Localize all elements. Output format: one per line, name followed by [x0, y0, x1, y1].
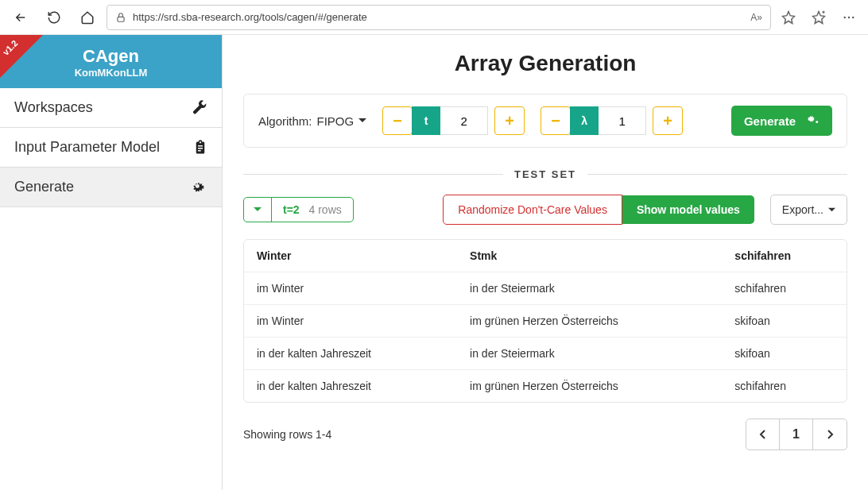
- column-header: Stmk: [457, 240, 722, 272]
- t-symbol: t: [412, 106, 440, 135]
- refresh-button[interactable]: [40, 5, 68, 30]
- table-cell: in der Steiermark: [457, 338, 722, 370]
- chevron-left-icon: [759, 429, 767, 440]
- section-label: TEST SET: [503, 168, 587, 180]
- sidebar-item-label: Workspaces: [14, 99, 93, 116]
- t-stepper: − t +: [382, 106, 525, 135]
- table-cell: skifoan: [722, 338, 847, 370]
- table-cell: in der kalten Jahreszeit: [244, 338, 457, 370]
- home-button[interactable]: [73, 5, 102, 30]
- brand-subtitle: KomMKonLLM: [0, 67, 222, 79]
- algorithm-label-prefix: Algorithm:: [258, 114, 312, 128]
- star-icon: [781, 10, 796, 25]
- more-button[interactable]: [836, 5, 862, 30]
- filter-t-label: t=2: [283, 203, 300, 216]
- back-button[interactable]: [6, 5, 35, 30]
- t-input[interactable]: [440, 106, 488, 135]
- collections-button[interactable]: [806, 5, 831, 30]
- main-content: Array Generation Algorithm: FIPOG − t + …: [223, 35, 868, 490]
- sidebar: v1.2 CAgen KomMKonLLM Workspaces Input P…: [0, 35, 223, 490]
- pagination: 1: [746, 419, 847, 450]
- caret-down-icon: [254, 206, 262, 214]
- table-footer: Showing rows 1-4 1: [243, 419, 847, 450]
- lambda-minus-button[interactable]: −: [541, 106, 571, 135]
- column-header: Winter: [244, 240, 457, 272]
- sidebar-item-label: Generate: [14, 179, 74, 195]
- results-table: Winter Stmk schifahren im Winter in der …: [243, 239, 847, 403]
- sidebar-item-generate[interactable]: Generate: [0, 168, 222, 207]
- table-cell: im grünen Herzen Österreichs: [457, 370, 722, 402]
- caret-down-icon: [828, 206, 835, 214]
- table-row: in der kalten Jahreszeit in der Steierma…: [244, 338, 847, 370]
- gears-icon: [190, 179, 207, 195]
- lambda-plus-button[interactable]: +: [653, 106, 683, 135]
- table-header-row: Winter Stmk schifahren: [244, 240, 847, 272]
- wrench-icon: [192, 100, 207, 116]
- svg-point-2: [848, 16, 850, 17]
- table-cell: in der Steiermark: [457, 272, 722, 305]
- generate-label: Generate: [744, 114, 796, 128]
- testset-controls: t=2 4 rows Randomize Don't-Care Values S…: [243, 195, 847, 225]
- page-title: Array Generation: [243, 51, 847, 76]
- home-icon: [80, 10, 95, 25]
- strength-filter[interactable]: t=2 4 rows: [243, 197, 354, 222]
- filter-toggle[interactable]: [244, 198, 272, 222]
- brand-header: v1.2 CAgen KomMKonLLM: [0, 35, 222, 88]
- caret-down-icon: [358, 117, 366, 125]
- column-header: schifahren: [722, 240, 847, 272]
- table-cell: im grünen Herzen Österreichs: [457, 305, 722, 338]
- gears-icon: [804, 114, 820, 128]
- app-root: v1.2 CAgen KomMKonLLM Workspaces Input P…: [0, 35, 868, 490]
- refresh-icon: [47, 10, 61, 25]
- generate-button[interactable]: Generate: [731, 106, 832, 136]
- lambda-symbol: λ: [570, 106, 599, 135]
- chevron-right-icon: [826, 429, 834, 440]
- table-cell: schifahren: [722, 272, 847, 305]
- algorithm-select[interactable]: Algorithm: FIPOG: [258, 114, 366, 128]
- lambda-stepper: − λ +: [541, 106, 683, 135]
- sidebar-item-workspaces[interactable]: Workspaces: [0, 88, 222, 128]
- svg-point-3: [852, 16, 854, 17]
- arrow-left-icon: [14, 10, 28, 25]
- page-number[interactable]: 1: [780, 419, 813, 449]
- show-model-values-button[interactable]: Show model values: [622, 195, 754, 224]
- url-text: https://srd.sba-research.org/tools/cagen…: [133, 11, 744, 23]
- algorithm-selected: FIPOG: [317, 114, 355, 128]
- randomize-button[interactable]: Randomize Don't-Care Values: [443, 195, 622, 225]
- export-label: Export...: [782, 203, 823, 216]
- browser-toolbar: https://srd.sba-research.org/tools/cagen…: [0, 0, 868, 35]
- filter-rows-label: 4 rows: [309, 203, 342, 216]
- read-aloud-icon[interactable]: A»: [750, 12, 762, 23]
- clipboard-icon: [193, 140, 207, 156]
- table-cell: in der kalten Jahreszeit: [244, 370, 457, 402]
- section-divider: TEST SET: [243, 168, 847, 180]
- export-button[interactable]: Export...: [770, 195, 847, 225]
- table-row: in der kalten Jahreszeit im grünen Herze…: [244, 370, 847, 402]
- lock-icon: [115, 12, 126, 23]
- table-cell: schifahren: [722, 370, 847, 402]
- ellipsis-icon: [842, 10, 856, 25]
- star-plus-icon: [812, 10, 826, 25]
- table-row: im Winter im grünen Herzen Österreichs s…: [244, 305, 847, 338]
- address-bar[interactable]: https://srd.sba-research.org/tools/cagen…: [107, 5, 771, 30]
- t-minus-button[interactable]: −: [382, 106, 413, 135]
- table-cell: im Winter: [244, 305, 457, 338]
- table-row: im Winter in der Steiermark schifahren: [244, 272, 847, 305]
- svg-point-1: [844, 16, 846, 17]
- sidebar-item-input-parameter-model[interactable]: Input Parameter Model: [0, 128, 222, 168]
- svg-rect-0: [118, 17, 124, 21]
- lambda-input[interactable]: [599, 106, 646, 135]
- table-cell: im Winter: [244, 272, 457, 305]
- favorite-button[interactable]: [776, 5, 801, 30]
- table-cell: skifoan: [722, 305, 847, 338]
- t-plus-button[interactable]: +: [494, 106, 525, 135]
- sidebar-item-label: Input Parameter Model: [14, 139, 160, 156]
- showing-label: Showing rows 1-4: [243, 428, 331, 441]
- next-page-button[interactable]: [813, 419, 847, 449]
- prev-page-button[interactable]: [746, 419, 780, 449]
- filter-summary: t=2 4 rows: [272, 203, 353, 216]
- algorithm-bar: Algorithm: FIPOG − t + − λ + Generate: [243, 94, 847, 148]
